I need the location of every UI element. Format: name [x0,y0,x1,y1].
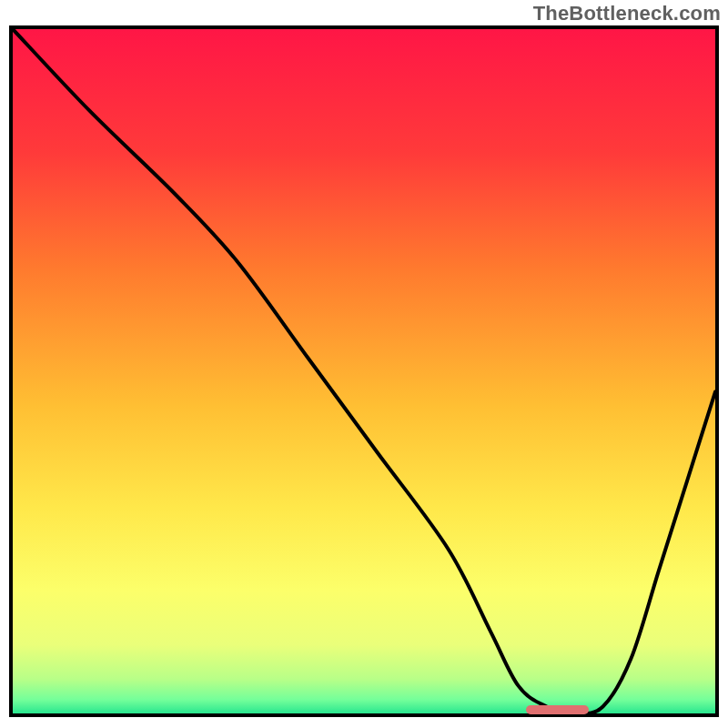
watermark-text: TheBottleneck.com [533,2,721,25]
plot-frame [9,25,719,717]
minimum-marker [526,705,589,714]
plot-svg [13,29,715,713]
chart-root: TheBottleneck.com [0,0,728,728]
gradient-fill [13,29,715,713]
